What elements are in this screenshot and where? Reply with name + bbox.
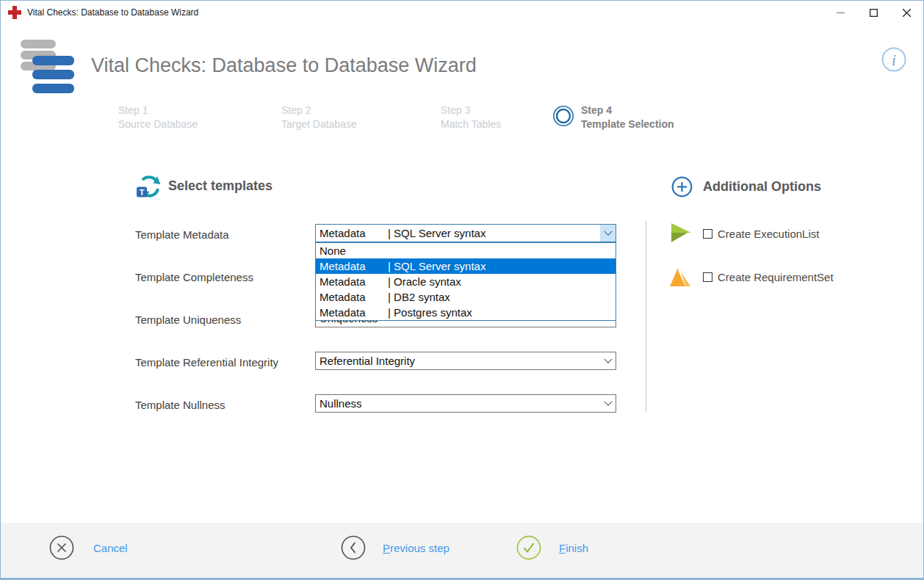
step-label: Template Selection bbox=[581, 118, 674, 130]
dropdown-option-none[interactable]: None bbox=[316, 243, 616, 258]
dropdown-option-db2[interactable]: Metadata | DB2 syntax bbox=[316, 289, 616, 305]
svg-text:i: i bbox=[892, 51, 896, 69]
close-icon bbox=[903, 9, 911, 17]
template-completeness-label: Template Completeness bbox=[135, 271, 253, 283]
finish-button[interactable]: Finish bbox=[516, 535, 588, 560]
option-name: None bbox=[320, 244, 388, 257]
step-label: Target Database bbox=[281, 118, 357, 130]
logo-bar bbox=[32, 70, 74, 79]
step-number: Step 4 bbox=[581, 104, 674, 117]
option-detail: | Oracle syntax bbox=[388, 275, 461, 288]
step-label: Match Tables bbox=[441, 118, 501, 130]
option-detail: | SQL Server syntax bbox=[388, 260, 486, 272]
section-divider bbox=[646, 221, 646, 412]
current-step-icon bbox=[552, 105, 574, 127]
info-button[interactable]: i bbox=[881, 46, 907, 73]
chevron-down-icon bbox=[604, 355, 612, 363]
minimize-icon bbox=[837, 9, 845, 17]
dropdown-option-sql-server[interactable]: Metadata | SQL Server syntax bbox=[316, 258, 616, 274]
maximize-button[interactable] bbox=[857, 1, 890, 24]
execution-list-icon bbox=[670, 222, 692, 244]
close-button[interactable] bbox=[890, 1, 923, 24]
template-referential-integrity-select[interactable]: Referential Integrity bbox=[315, 352, 616, 370]
dropdown-arrow[interactable] bbox=[600, 352, 616, 369]
maximize-icon bbox=[870, 9, 878, 17]
select-templates-title: Select templates bbox=[168, 178, 272, 194]
option-name: Metadata bbox=[320, 260, 388, 272]
dropdown-option-oracle[interactable]: Metadata | Oracle syntax bbox=[316, 274, 616, 289]
logo-bar bbox=[21, 40, 56, 48]
create-requirementset-label[interactable]: Create RequirementSet bbox=[718, 271, 834, 283]
template-nullness-label: Template Nullness bbox=[135, 399, 225, 411]
check-icon bbox=[516, 535, 541, 560]
previous-step-button[interactable]: Previous step bbox=[341, 535, 450, 560]
template-referential-integrity-label: Template Referential Integrity bbox=[135, 356, 278, 369]
cancel-x-icon bbox=[49, 535, 74, 560]
red-cross-app-icon bbox=[8, 6, 21, 19]
step-label: Source Database bbox=[118, 118, 198, 130]
dropdown-option-postgres[interactable]: Metadata | Postgres syntax bbox=[316, 305, 616, 320]
template-uniqueness-label: Template Uniqueness bbox=[135, 313, 241, 326]
page-title: Vital Checks: Database to Database Wizar… bbox=[91, 54, 477, 77]
create-requirementset-checkbox[interactable] bbox=[703, 272, 712, 282]
step-number: Step 1 bbox=[118, 104, 198, 117]
option-detail: | DB2 syntax bbox=[388, 291, 450, 303]
dropdown-arrow[interactable] bbox=[600, 395, 616, 412]
create-executionlist-checkbox[interactable] bbox=[703, 229, 712, 239]
step-2-target-database: Step 2 Target Database bbox=[281, 104, 357, 131]
selected-value: Referential Integrity bbox=[320, 355, 415, 367]
cancel-label: Cancel bbox=[93, 542, 128, 554]
option-name: Metadata bbox=[320, 291, 388, 303]
footer-bar: Cancel Previous step Finish bbox=[1, 523, 923, 578]
requirement-set-icon bbox=[670, 266, 692, 288]
chevron-left-icon bbox=[341, 535, 366, 560]
title-bar: Vital Checks: Database to Database Wizar… bbox=[1, 1, 923, 24]
additional-options-title: Additional Options bbox=[703, 179, 821, 195]
template-metadata-dropdown-list: None Metadata | SQL Server syntax Metada… bbox=[315, 242, 616, 321]
template-metadata-select[interactable]: Metadata | SQL Server syntax bbox=[315, 224, 616, 242]
cancel-button[interactable]: Cancel bbox=[49, 535, 128, 560]
step-1-source-database: Step 1 Source Database bbox=[118, 104, 198, 131]
chevron-down-icon bbox=[604, 397, 612, 405]
option-detail: | Postgres syntax bbox=[388, 306, 472, 319]
logo-bar bbox=[32, 56, 74, 65]
selected-value-detail: | SQL Server syntax bbox=[388, 227, 486, 239]
plus-circle-icon bbox=[671, 176, 693, 197]
minimize-button[interactable] bbox=[824, 1, 857, 24]
window-title: Vital Checks: Database to Database Wizar… bbox=[27, 7, 198, 18]
finish-label: Finish bbox=[559, 542, 588, 554]
step-4-template-selection: Step 4 Template Selection bbox=[581, 104, 674, 131]
step-3-match-tables: Step 3 Match Tables bbox=[441, 104, 501, 131]
select-templates-icon: T bbox=[136, 173, 161, 198]
template-metadata-label: Template Metadata bbox=[135, 228, 229, 241]
info-icon: i bbox=[881, 46, 907, 73]
step-number: Step 2 bbox=[281, 104, 357, 117]
selected-value-name: Metadata bbox=[320, 227, 388, 239]
chevron-down-icon bbox=[604, 227, 612, 235]
previous-step-label: Previous step bbox=[383, 542, 450, 554]
option-name: Metadata bbox=[320, 306, 388, 319]
template-nullness-select[interactable]: Nullness bbox=[315, 394, 616, 413]
wizard-window: Vital Checks: Database to Database Wizar… bbox=[0, 0, 924, 580]
step-number: Step 3 bbox=[441, 104, 501, 117]
app-logo bbox=[21, 40, 76, 95]
selected-value: Nullness bbox=[320, 397, 362, 410]
option-name: Metadata bbox=[320, 275, 388, 288]
create-executionlist-label[interactable]: Create ExecutionList bbox=[718, 228, 819, 240]
dropdown-arrow[interactable] bbox=[600, 225, 616, 242]
logo-bar bbox=[32, 84, 74, 93]
svg-text:T: T bbox=[140, 188, 145, 197]
